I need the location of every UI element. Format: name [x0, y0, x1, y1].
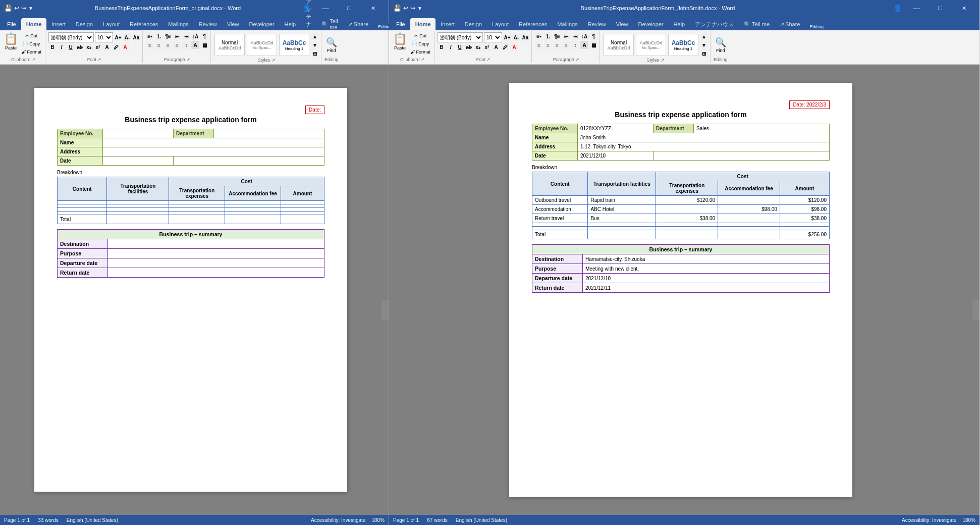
font-size-w1[interactable]: 10.5	[95, 32, 113, 42]
subscript-w1[interactable]: x₂	[85, 43, 93, 51]
close-button-w1[interactable]: ✕	[361, 0, 385, 16]
justify-w1[interactable]: ≡	[173, 41, 181, 49]
font-name-w1[interactable]: 游明朝 (Body)	[48, 32, 94, 42]
tab-file-w1[interactable]: File	[2, 18, 21, 30]
tab-insert-w2[interactable]: Insert	[435, 18, 460, 30]
save-icon-w2[interactable]: 💾	[393, 5, 401, 12]
bullets-w1[interactable]: ≡•	[146, 32, 154, 40]
line-spacing-w1[interactable]: ↕	[182, 41, 190, 49]
decrease-indent-w2[interactable]: ⇤	[562, 32, 570, 40]
increase-font-w1[interactable]: A+	[114, 33, 122, 41]
borders-w1[interactable]: ▦	[200, 41, 208, 49]
cut-button-w1[interactable]: ✂ Cut	[20, 32, 43, 39]
clear-format-w2[interactable]: Aa	[521, 33, 529, 41]
tab-tellme-w2[interactable]: 🔍 Tell me	[739, 18, 775, 30]
styles-up-w2[interactable]: ▲	[700, 32, 708, 40]
text-effects-w2[interactable]: A	[492, 43, 500, 51]
tab-share-w2[interactable]: ↗ Share	[775, 18, 805, 30]
tab-home-w2[interactable]: Home	[410, 18, 436, 30]
tab-share-w1[interactable]: ↗ Share	[343, 18, 373, 30]
style-nospace-w2[interactable]: AaBbCcDd No Spac...	[636, 34, 666, 56]
align-center-w2[interactable]: ≡	[544, 41, 552, 49]
tab-file-w2[interactable]: File	[391, 18, 410, 30]
tab-review-w1[interactable]: Review	[194, 18, 222, 30]
superscript-w2[interactable]: x²	[483, 43, 491, 51]
numbering-w2[interactable]: 1.	[544, 32, 552, 40]
format-painter-w1[interactable]: 🖌 Format	[20, 48, 43, 56]
increase-indent-w1[interactable]: ⇥	[182, 32, 190, 40]
tab-view-w2[interactable]: View	[611, 18, 633, 30]
tab-review-w2[interactable]: Review	[583, 18, 611, 30]
align-right-w1[interactable]: ≡	[164, 41, 172, 49]
italic-w2[interactable]: I	[447, 43, 455, 51]
font-color-w1[interactable]: A	[121, 43, 129, 51]
styles-more-w2[interactable]: ⊞	[700, 49, 708, 58]
copy-button-w2[interactable]: 📄 Copy	[409, 40, 432, 47]
align-left-w1[interactable]: ≡	[146, 41, 154, 49]
shading-w1[interactable]: A	[191, 41, 199, 49]
sort-w2[interactable]: ↕A	[580, 32, 588, 40]
tab-references-w1[interactable]: References	[125, 18, 163, 30]
bold-w1[interactable]: B	[48, 43, 57, 51]
shading-w2[interactable]: A	[580, 41, 588, 49]
justify-w2[interactable]: ≡	[562, 41, 570, 49]
underline-w2[interactable]: U	[456, 43, 464, 51]
underline-w1[interactable]: U	[67, 43, 75, 51]
text-effects-w1[interactable]: A	[103, 43, 111, 51]
style-normal-w2[interactable]: Normal AaBbCcDd	[604, 34, 634, 56]
show-marks-w2[interactable]: ¶	[589, 32, 597, 40]
highlight-w2[interactable]: 🖊	[501, 43, 509, 51]
tab-tellme-w1[interactable]: 🔍 Tell me	[316, 18, 343, 30]
align-center-w1[interactable]: ≡	[155, 41, 163, 49]
strikethrough-w2[interactable]: ab	[465, 43, 473, 51]
tab-developer-w1[interactable]: Developer	[244, 18, 279, 30]
close-button-w2[interactable]: ✕	[952, 0, 975, 16]
highlight-w1[interactable]: 🖊	[112, 43, 120, 51]
increase-indent-w2[interactable]: ⇥	[571, 32, 579, 40]
clear-format-w1[interactable]: Aa	[132, 33, 140, 41]
tab-insert-w1[interactable]: Insert	[46, 18, 71, 30]
doc-area-w1[interactable]: Date: Business trip expense application …	[0, 65, 389, 515]
undo-icon[interactable]: ↩	[14, 5, 19, 12]
customize-icon-w2[interactable]: ▼	[417, 6, 422, 11]
tab-developer-w2[interactable]: Developer	[633, 18, 668, 30]
find-button-w2[interactable]: 🔍 Find	[715, 37, 726, 53]
font-color-w2[interactable]: A	[510, 43, 518, 51]
line-spacing-w2[interactable]: ↕	[571, 41, 579, 49]
decrease-font-w2[interactable]: A-	[512, 33, 520, 41]
tab-design-w1[interactable]: Design	[71, 18, 98, 30]
save-icon[interactable]: 💾	[4, 5, 12, 12]
font-name-w2[interactable]: 游明朝 (Body)	[438, 32, 483, 42]
multilevel-w1[interactable]: ¶≡	[164, 32, 172, 40]
multilevel-w2[interactable]: ¶≡	[553, 32, 561, 40]
format-painter-w2[interactable]: 🖌 Format	[409, 48, 432, 56]
tab-antenna-w1[interactable]: アンテナハウス	[301, 18, 316, 30]
copy-button-w1[interactable]: 📄 Copy	[20, 40, 43, 47]
styles-down-w1[interactable]: ▼	[311, 41, 319, 49]
redo-icon-w2[interactable]: ↪	[410, 5, 415, 12]
increase-font-w2[interactable]: A+	[503, 33, 511, 41]
sort-w1[interactable]: ↕A	[191, 32, 199, 40]
tab-design-w2[interactable]: Design	[460, 18, 487, 30]
borders-w2[interactable]: ▦	[589, 41, 597, 49]
show-marks-w1[interactable]: ¶	[200, 32, 208, 40]
style-normal-w1[interactable]: Normal AaBbCcDd	[214, 34, 245, 56]
style-heading1-w2[interactable]: AaBbCc Heading 1	[668, 34, 698, 56]
style-heading1-w1[interactable]: AaBbCc Heading 1	[279, 34, 309, 56]
paste-button-w1[interactable]: 📋 Paste	[4, 32, 18, 50]
bold-w2[interactable]: B	[438, 43, 446, 51]
style-nospace-w1[interactable]: AaBbCcDd No Spac...	[247, 34, 277, 56]
undo-icon-w2[interactable]: ↩	[403, 5, 408, 12]
tab-view-w1[interactable]: View	[222, 18, 244, 30]
tab-layout-w2[interactable]: Layout	[487, 18, 514, 30]
customize-icon[interactable]: ▼	[28, 6, 33, 11]
tab-home-w1[interactable]: Home	[21, 18, 47, 30]
cut-button-w2[interactable]: ✂ Cut	[409, 32, 432, 39]
tab-layout-w1[interactable]: Layout	[98, 18, 125, 30]
subscript-w2[interactable]: x₂	[474, 43, 482, 51]
doc-area-w2[interactable]: Date: 2022/2/3 Business trip expense app…	[389, 65, 979, 515]
maximize-button-w2[interactable]: □	[929, 0, 952, 16]
styles-down-w2[interactable]: ▼	[700, 41, 708, 49]
decrease-font-w1[interactable]: A-	[123, 33, 131, 41]
tab-help-w1[interactable]: Help	[280, 18, 301, 30]
